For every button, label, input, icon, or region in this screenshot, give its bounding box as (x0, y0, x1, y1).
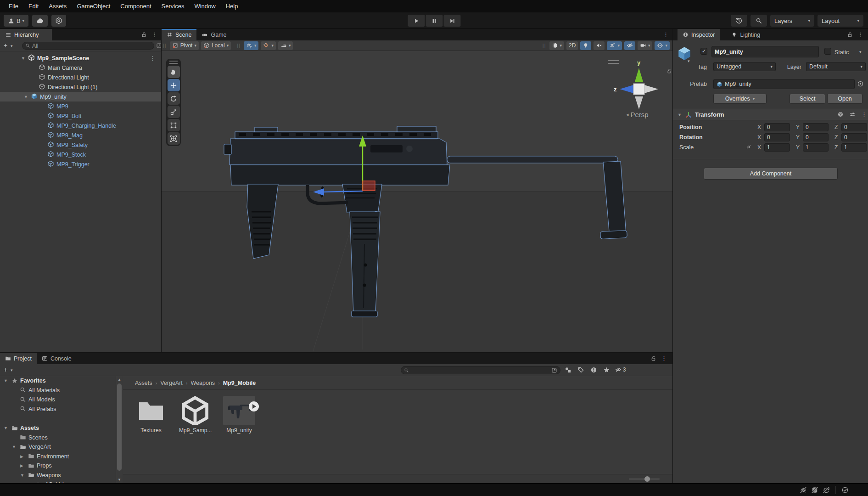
snap-magnet-button[interactable]: ▾ (261, 41, 276, 50)
asset-item-mp9-samp-[interactable]: Mp9_Samp... (179, 396, 211, 434)
play-badge-icon[interactable] (249, 401, 259, 411)
scale-x-field[interactable]: 1 (764, 143, 790, 152)
scroll-up-icon[interactable]: ▲ (116, 378, 123, 382)
pause-button[interactable] (426, 15, 442, 27)
cloud-button[interactable] (32, 15, 48, 27)
create-caret-icon[interactable]: ▾ (11, 44, 13, 48)
search-by-type-icon[interactable] (565, 366, 571, 373)
move-tool-button[interactable] (168, 79, 180, 91)
hierarchy-row-directional-light[interactable]: Directional Light (0, 73, 161, 82)
overrides-button[interactable]: Overrides ▾ (713, 94, 767, 104)
add-component-button[interactable]: Add Component (704, 168, 838, 180)
tree-folder-vergeart[interactable]: ▼VergeArt (0, 442, 116, 452)
slider-handle[interactable] (644, 476, 650, 482)
activity-check-icon[interactable] (841, 486, 849, 494)
create-plus-button[interactable]: + (4, 42, 7, 49)
prefab-object-field[interactable]: Mp9_unity (713, 79, 855, 89)
breadcrumb-segment[interactable]: Assets (135, 380, 152, 386)
hierarchy-search-input[interactable]: All (22, 42, 154, 50)
position-z-field[interactable]: 0 (841, 123, 867, 131)
hidden-packages-toggle[interactable]: 3 (615, 366, 626, 373)
tree-folder-environment[interactable]: ▶Environment (0, 452, 116, 462)
kebab-menu-icon[interactable]: ⋮ (861, 111, 867, 118)
position-x-field[interactable]: 0 (764, 123, 790, 131)
step-button[interactable] (443, 15, 460, 27)
search-by-label-icon[interactable] (577, 366, 584, 373)
breadcrumb-segment[interactable]: VergeArt (160, 380, 183, 386)
static-caret-icon[interactable]: ▾ (859, 50, 862, 54)
thumbnail-size-slider[interactable] (629, 479, 660, 479)
hierarchy-row-mp9-safety[interactable]: MP9_Safety (0, 140, 161, 150)
lock-open-icon[interactable] (650, 355, 656, 361)
project-search-input[interactable] (401, 366, 560, 374)
menu-gameobject[interactable]: GameObject (72, 0, 115, 12)
scene-camera-button[interactable]: ▾ (638, 41, 653, 50)
2d-button[interactable]: 2D (566, 41, 578, 50)
tab-project[interactable]: Project (0, 353, 37, 364)
menu-file[interactable]: File (4, 0, 23, 12)
asset-item-mp9-unity[interactable]: Mp9_unity (223, 396, 255, 434)
hierarchy-row-mp9-mag[interactable]: MP9_Mag (0, 130, 161, 140)
foldout-arrow-icon[interactable]: ▼ (24, 95, 28, 99)
menu-services[interactable]: Services (157, 0, 190, 12)
kebab-menu-icon[interactable]: ⋮ (661, 355, 667, 362)
static-checkbox[interactable] (824, 48, 831, 55)
rotation-x-field[interactable]: 0 (764, 133, 790, 141)
create-plus-button[interactable]: + (4, 366, 7, 373)
tree-folder-props[interactable]: ▶Props (0, 461, 116, 471)
lock-open-icon[interactable] (847, 32, 853, 38)
gizmo-y-label[interactable]: y (637, 59, 640, 66)
scene-viewport[interactable]: y z ◂ Persp (162, 51, 672, 353)
pivot-button[interactable]: Pivot▾ (170, 41, 199, 50)
orientation-gizmo[interactable] (611, 58, 666, 113)
active-checkbox[interactable]: ✓ (700, 48, 707, 55)
tree-folder-weapons[interactable]: ▼Weapons (0, 471, 116, 480)
select-button[interactable]: Select (790, 94, 825, 104)
tab-lighting[interactable]: Lighting (726, 29, 765, 40)
gizmo-z-label[interactable]: z (614, 86, 617, 93)
transform-header[interactable]: ▼ Transform ⋮ (673, 109, 868, 120)
audio-mute-button[interactable] (594, 41, 605, 50)
tree-favorites[interactable]: ▼Favorites (0, 376, 116, 386)
tree-folder-scenes[interactable]: Scenes (0, 433, 116, 443)
bug-disabled-icon[interactable] (800, 486, 807, 494)
object-picker-icon[interactable] (857, 80, 864, 87)
hierarchy-row-mp9[interactable]: MP9 (0, 101, 161, 111)
gizmos-sphere-button[interactable]: ▾ (655, 41, 670, 50)
foldout-arrow-icon[interactable]: ▼ (12, 445, 16, 449)
local-cube-button[interactable]: Local▾ (201, 41, 231, 50)
open-button[interactable]: Open (827, 94, 862, 104)
kebab-menu-icon[interactable]: ⋮ (663, 31, 669, 38)
tab-hierarchy[interactable]: Hierarchy (0, 29, 52, 40)
transform-tool-button[interactable] (168, 132, 180, 145)
tree-all-materials[interactable]: All Materials (0, 386, 116, 395)
breadcrumb-segment[interactable]: Weapons (191, 380, 215, 386)
tab-game[interactable]: Game (196, 29, 231, 40)
tree-folder-assets[interactable]: ▼Assets (0, 423, 116, 433)
menu-component[interactable]: Component (115, 0, 156, 12)
foldout-arrow-icon[interactable]: ▼ (4, 378, 8, 383)
hand-tool-button[interactable] (168, 66, 180, 78)
scrollbar-thumb[interactable] (117, 383, 122, 471)
scale-z-field[interactable]: 1 (841, 143, 867, 152)
prefab-expand-caret-icon[interactable]: ▾ (688, 59, 690, 63)
kebab-menu-icon[interactable]: ⋮ (150, 55, 156, 62)
tab-console[interactable]: Console (37, 353, 77, 364)
menu-assets[interactable]: Assets (44, 0, 72, 12)
position-y-field[interactable]: 0 (803, 123, 829, 131)
hierarchy-row-main-camera[interactable]: Main Camera (0, 63, 161, 73)
overlay-drag-handle[interactable] (169, 61, 178, 64)
help-icon[interactable] (837, 111, 844, 118)
play-button[interactable] (408, 15, 425, 27)
kebab-menu-icon[interactable]: ⋮ (151, 31, 157, 38)
foldout-arrow-icon[interactable]: ▼ (4, 426, 8, 430)
foldout-arrow-icon[interactable]: ▶ (20, 454, 23, 459)
rotation-z-field[interactable]: 0 (841, 133, 867, 141)
hierarchy-row-mp9-unity[interactable]: ▼Mp9_unity (0, 92, 161, 101)
foldout-arrow-icon[interactable]: ▼ (20, 473, 24, 478)
hierarchy-row-mp9-charging-handle[interactable]: MP9_Charging_Handle (0, 121, 161, 130)
warnings-icon[interactable] (590, 366, 597, 373)
hierarchy-row-mp9-trigger[interactable]: MP9_Trigger (0, 159, 161, 169)
layers-dropdown[interactable]: Layers ▾ (770, 15, 814, 27)
tag-dropdown[interactable]: Untagged ▾ (713, 62, 776, 71)
